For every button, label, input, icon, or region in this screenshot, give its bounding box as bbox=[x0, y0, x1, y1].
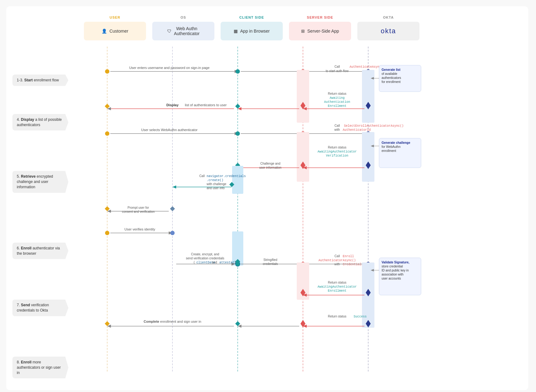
svg-text:Validate Signature,: Validate Signature, bbox=[382, 261, 410, 264]
svg-marker-31 bbox=[235, 104, 240, 109]
svg-text:Prompt user for: Prompt user for bbox=[128, 206, 149, 209]
svg-marker-147 bbox=[105, 321, 110, 326]
lane-label-server: SERVER SIDE bbox=[307, 16, 333, 19]
svg-marker-146 bbox=[107, 325, 111, 328]
svg-marker-87 bbox=[371, 145, 374, 147]
lane-title-client: App in Browser bbox=[240, 29, 270, 34]
lane-label-okta: OKTA bbox=[383, 16, 394, 19]
svg-marker-90 bbox=[105, 206, 110, 211]
svg-text:with challenge: with challenge bbox=[206, 182, 227, 186]
svg-point-100 bbox=[235, 262, 240, 267]
svg-text:with: with bbox=[334, 128, 340, 131]
svg-text:ID and public key in: ID and public key in bbox=[382, 269, 409, 272]
svg-text:navigator.credentials: navigator.credentials bbox=[207, 175, 246, 178]
step-4: 4. Display a list of possible authentica… bbox=[12, 114, 68, 131]
svg-text:Call: Call bbox=[334, 65, 340, 68]
svg-marker-34 bbox=[105, 104, 110, 109]
svg-text:Return status: Return status bbox=[328, 315, 346, 318]
seq-area: User enters username and password on sig… bbox=[75, 47, 522, 373]
svg-rect-37 bbox=[379, 65, 421, 92]
lane-label-os: OS bbox=[181, 16, 186, 19]
svg-text:Enrollment: Enrollment bbox=[328, 104, 346, 108]
lane-box-os: 🛡 Web AuthnAuthenticator bbox=[152, 22, 214, 40]
svg-rect-125 bbox=[297, 262, 309, 300]
client-icon: ▦ bbox=[234, 29, 238, 34]
svg-text:Return status: Return status bbox=[328, 92, 346, 95]
svg-text:Credentials: Credentials bbox=[343, 263, 363, 266]
svg-text:credentials: credentials bbox=[263, 262, 278, 266]
svg-text:Create, encrypt, and: Create, encrypt, and bbox=[191, 253, 219, 256]
svg-marker-43 bbox=[371, 77, 374, 80]
svg-marker-102 bbox=[231, 262, 235, 266]
svg-marker-154 bbox=[303, 325, 307, 328]
svg-marker-123 bbox=[364, 262, 368, 266]
svg-text:and user info: and user info bbox=[207, 186, 225, 190]
svg-point-110 bbox=[236, 262, 240, 266]
lane-os: OS 🛡 Web AuthnAuthenticator bbox=[149, 16, 218, 40]
sequence-svg: User enters username and password on sig… bbox=[75, 47, 522, 373]
svg-text:(: ( bbox=[194, 261, 195, 264]
svg-marker-152 bbox=[366, 320, 371, 327]
svg-rect-73 bbox=[232, 166, 243, 194]
svg-text:AwaitingAuthenticator: AwaitingAuthenticator bbox=[318, 285, 357, 289]
svg-point-97 bbox=[170, 231, 175, 235]
svg-marker-91 bbox=[170, 206, 175, 211]
svg-point-48 bbox=[236, 131, 240, 136]
svg-marker-112 bbox=[299, 262, 303, 266]
svg-text:for enrollment: for enrollment bbox=[382, 80, 401, 84]
svg-marker-96 bbox=[169, 231, 172, 235]
svg-rect-134 bbox=[379, 258, 421, 295]
svg-point-44 bbox=[105, 131, 109, 136]
svg-text:Call: Call bbox=[334, 254, 340, 258]
svg-text:store credential: store credential bbox=[382, 265, 403, 268]
svg-marker-33 bbox=[107, 107, 111, 110]
svg-marker-30 bbox=[238, 107, 241, 110]
steps-sidebar: 1-3. Start enrollment flow 4. Display a … bbox=[12, 47, 75, 381]
svg-text:User enters username and passw: User enters username and password on sig… bbox=[129, 66, 210, 70]
svg-text:Call: Call bbox=[199, 174, 204, 178]
svg-text:Return status: Return status bbox=[328, 281, 346, 284]
svg-rect-20 bbox=[362, 70, 374, 123]
svg-marker-127 bbox=[300, 289, 305, 296]
svg-text:user accounts: user accounts bbox=[382, 277, 401, 280]
svg-text:Generate challenge: Generate challenge bbox=[382, 141, 410, 144]
svg-text:Complete enrollment and sign u: Complete enrollment and sign user in bbox=[144, 320, 201, 323]
svg-point-18 bbox=[366, 69, 370, 74]
svg-text:User selects WebAuthn authenti: User selects WebAuthn authenticator bbox=[141, 128, 198, 132]
svg-text:Authentication: Authentication bbox=[324, 100, 350, 104]
svg-rect-60 bbox=[362, 132, 374, 182]
step-8: 8. Enroll more authenticators or sign us… bbox=[12, 357, 68, 378]
svg-text:Generate list: Generate list bbox=[382, 68, 401, 71]
svg-text:attestation: attestation bbox=[219, 261, 240, 264]
okta-logo: okta bbox=[381, 27, 396, 35]
svg-text:association with: association with bbox=[382, 273, 404, 276]
svg-marker-132 bbox=[303, 294, 307, 297]
svg-rect-126 bbox=[362, 262, 374, 328]
svg-text:AuthenticatorAsync(): AuthenticatorAsync() bbox=[318, 259, 356, 262]
svg-text:send verification credentials: send verification credentials bbox=[186, 257, 224, 260]
svg-point-8 bbox=[105, 69, 109, 74]
svg-text:Enrollment: Enrollment bbox=[328, 289, 346, 293]
svg-marker-81 bbox=[229, 182, 234, 187]
svg-marker-151 bbox=[300, 320, 305, 327]
lane-box-server: ⊞ Server-Side App bbox=[289, 22, 351, 40]
svg-text:consent and verification: consent and verification bbox=[122, 210, 154, 213]
lane-user: USER 👤 Customer bbox=[81, 16, 149, 40]
lane-label-client: CLIENT SIDE bbox=[239, 16, 264, 19]
svg-rect-82 bbox=[379, 138, 421, 168]
svg-marker-133 bbox=[366, 289, 371, 296]
svg-marker-21 bbox=[300, 102, 305, 109]
svg-text:.create(): .create() bbox=[207, 179, 223, 182]
lane-box-user: 👤 Customer bbox=[84, 22, 146, 40]
svg-marker-61 bbox=[300, 162, 305, 169]
svg-text:Enroll: Enroll bbox=[343, 255, 354, 258]
svg-text:Call: Call bbox=[334, 124, 340, 127]
svg-text:enrollment: enrollment bbox=[382, 149, 396, 153]
lane-box-okta: okta bbox=[357, 22, 419, 40]
svg-point-124 bbox=[366, 262, 370, 266]
svg-marker-24 bbox=[303, 107, 307, 110]
svg-text:Success: Success bbox=[354, 315, 367, 318]
main-area: 1-3. Start enrollment flow 4. Display a … bbox=[12, 47, 522, 381]
svg-marker-6 bbox=[235, 70, 238, 73]
svg-text:list of authenticators to user: list of authenticators to user bbox=[185, 103, 227, 107]
